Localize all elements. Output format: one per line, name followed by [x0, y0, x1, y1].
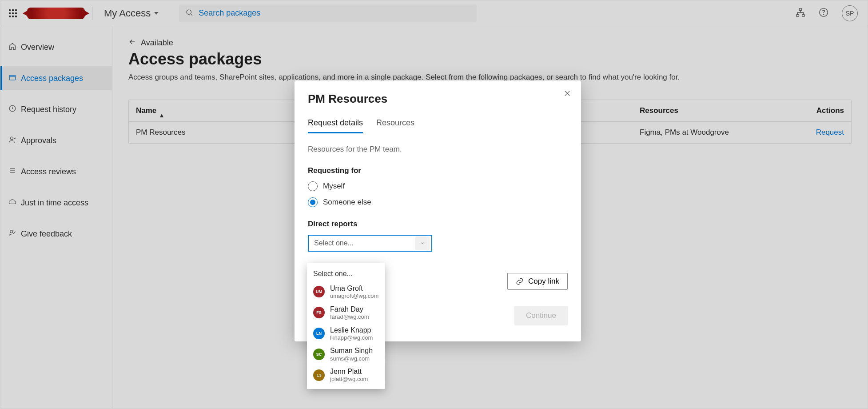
tab-request-details[interactable]: Request details	[308, 118, 363, 133]
person-email: jplatt@wg.com	[330, 376, 368, 383]
dropdown-person[interactable]: FS Farah Day farad@wg.com	[307, 302, 385, 323]
persona-coin: UM	[313, 286, 325, 297]
link-icon	[516, 277, 524, 285]
continue-button[interactable]: Continue	[514, 306, 568, 325]
person-name: Jenn Platt	[330, 367, 368, 376]
radio-label: Someone else	[323, 198, 371, 207]
person-email: lknapp@wg.com	[330, 334, 373, 341]
persona-coin: LN	[313, 328, 325, 339]
modal-tabs: Request details Resources	[308, 118, 568, 133]
radio-icon	[308, 181, 318, 191]
radio-icon	[308, 197, 318, 207]
dropdown-person[interactable]: E3 Jenn Platt jplatt@wg.com	[307, 365, 385, 385]
direct-reports-label: Direct reports	[308, 220, 568, 229]
copy-link-label: Copy link	[528, 277, 559, 286]
tab-resources[interactable]: Resources	[376, 118, 414, 133]
person-text: Uma Groft umagroft@wg.com	[330, 284, 378, 300]
person-email: umagroft@wg.com	[330, 293, 378, 300]
person-name: Uma Groft	[330, 284, 378, 293]
persona-coin: FS	[313, 307, 325, 318]
requesting-for-label: Requesting for	[308, 166, 568, 175]
copy-link-button[interactable]: Copy link	[507, 273, 568, 290]
person-email: farad@wg.com	[330, 313, 369, 321]
modal-title: PM Resources	[308, 92, 568, 106]
direct-reports-combobox[interactable]: Select one...	[308, 235, 432, 252]
person-text: Jenn Platt jplatt@wg.com	[330, 367, 368, 383]
persona-coin: E3	[313, 369, 325, 381]
person-name: Suman Singh	[330, 346, 373, 355]
person-name: Farah Day	[330, 305, 369, 313]
dropdown-placeholder[interactable]: Select one...	[307, 266, 385, 281]
dropdown-person[interactable]: LN Leslie Knapp lknapp@wg.com	[307, 323, 385, 344]
person-text: Leslie Knapp lknapp@wg.com	[330, 326, 373, 341]
close-button[interactable]	[563, 89, 571, 99]
person-text: Farah Day farad@wg.com	[330, 305, 369, 321]
dropdown-person[interactable]: SC Suman Singh sums@wg.com	[307, 344, 385, 365]
combo-placeholder: Select one...	[314, 239, 354, 247]
direct-reports-dropdown: Select one... UM Uma Groft umagroft@wg.c…	[307, 263, 385, 389]
person-text: Suman Singh sums@wg.com	[330, 346, 373, 362]
person-name: Leslie Knapp	[330, 326, 373, 334]
person-email: sums@wg.com	[330, 355, 373, 362]
radio-someone-else[interactable]: Someone else	[308, 197, 568, 207]
radio-label: Myself	[323, 182, 345, 191]
radio-myself[interactable]: Myself	[308, 181, 568, 191]
package-description: Resources for the PM team.	[308, 145, 568, 154]
chevron-down-icon	[415, 237, 430, 250]
persona-coin: SC	[313, 349, 325, 360]
dropdown-person[interactable]: UM Uma Groft umagroft@wg.com	[307, 281, 385, 302]
